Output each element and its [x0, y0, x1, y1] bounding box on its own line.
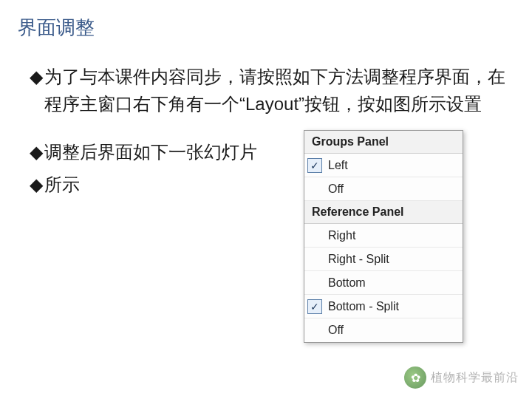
menu-item-label: Right - Split [325, 253, 463, 266]
check-icon: ✓ [304, 299, 325, 314]
bullet-text: 为了与本课件内容同步，请按照如下方法调整程序界面，在程序主窗口右下角有一个“La… [44, 63, 510, 117]
menu-section-header-reference: Reference Panel [304, 201, 463, 224]
layout-menu[interactable]: Groups Panel ✓ Left Off Reference Panel … [304, 130, 463, 343]
menu-item-label: Off [325, 324, 463, 337]
menu-item-right[interactable]: Right [304, 224, 463, 248]
menu-item-label: Right [325, 229, 463, 242]
menu-item-bottom[interactable]: Bottom [304, 271, 463, 295]
bullet-marker: ◆ [30, 63, 43, 117]
menu-item-bottom-split[interactable]: ✓ Bottom - Split [304, 295, 463, 318]
check-icon: ✓ [304, 158, 325, 173]
menu-item-label: Left [325, 159, 463, 172]
watermark-text: 植物科学最前沿 [431, 370, 519, 386]
menu-item-label: Off [325, 183, 463, 196]
menu-item-label: Bottom [325, 276, 463, 290]
slide-title: 界面调整 [0, 0, 532, 41]
menu-item-right-split[interactable]: Right - Split [304, 248, 463, 271]
menu-item-label: Bottom - Split [325, 300, 463, 313]
menu-section-header-groups: Groups Panel [304, 131, 463, 154]
menu-item-off[interactable]: Off [304, 177, 463, 201]
watermark: ✿ 植物科学最前沿 [404, 366, 519, 389]
menu-item-left[interactable]: ✓ Left [304, 154, 463, 177]
wechat-icon: ✿ [404, 366, 426, 389]
bullet-item: ◆ 为了与本课件内容同步，请按照如下方法调整程序界面，在程序主窗口右下角有一个“… [30, 63, 510, 117]
bullet-marker: ◆ [30, 138, 43, 166]
bullet-marker: ◆ [30, 171, 43, 198]
menu-item-off[interactable]: Off [304, 318, 463, 342]
